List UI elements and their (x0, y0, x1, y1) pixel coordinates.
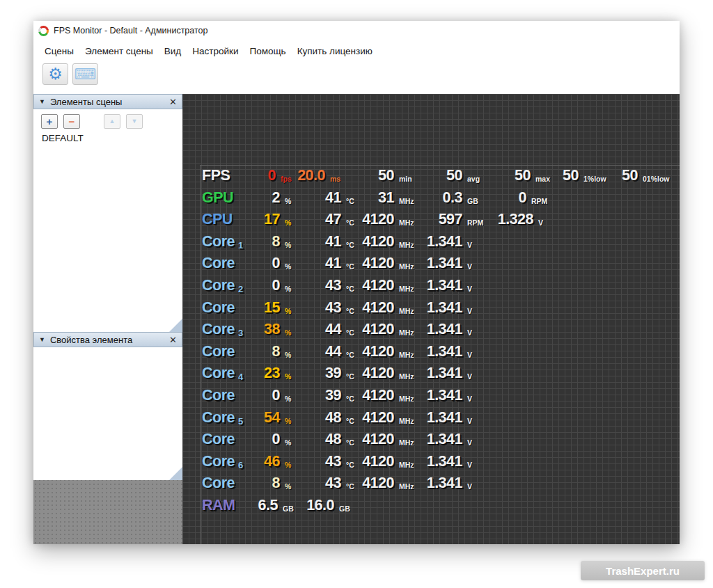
stat-value: 0 (519, 189, 526, 207)
settings-button[interactable]: ⚙ (42, 63, 68, 85)
stat-value: 0 (272, 387, 280, 404)
stat-label: Core (202, 387, 235, 404)
stat-unit: % (285, 395, 291, 403)
scene-preview-canvas[interactable]: FPS0fps20.0ms50min50avg50max501%low5001%… (182, 94, 680, 544)
stat-value: 8 (272, 343, 280, 360)
stat-value: 4120 (362, 233, 394, 251)
move-down-button[interactable]: ▼ (126, 114, 143, 129)
stat-value: 4120 (362, 321, 394, 338)
stat-unit: MHz (399, 351, 414, 359)
main-toolbar: ⚙ ⌨ (33, 61, 680, 94)
stat-unit: °C (346, 351, 354, 359)
stat-value: 597 (439, 211, 462, 228)
stat-value: 23 (264, 365, 280, 382)
stat-unit: MHz (399, 262, 414, 271)
stat-unit: MHz (399, 328, 414, 337)
stat-value: 50 (622, 167, 638, 184)
stat-unit: °C (346, 395, 354, 403)
scene-elements-panel-header[interactable]: ▼ Элементы сцены ✕ (33, 94, 182, 109)
watermark-badge: TrashExpert.ru (581, 561, 705, 580)
stat-value: 1.341 (427, 409, 462, 427)
stat-unit: MHz (399, 285, 414, 293)
stat-label: Core (202, 255, 235, 272)
stat-value: 1.341 (427, 299, 462, 317)
stat-unit: GB (339, 504, 350, 513)
scene-elements-panel-title: Элементы сцены (50, 97, 123, 107)
close-icon[interactable]: ✕ (169, 97, 177, 107)
stat-unit: V (467, 372, 472, 381)
stat-unit: °C (346, 285, 354, 293)
stat-value: 4120 (362, 387, 394, 404)
remove-element-button[interactable]: − (63, 114, 80, 129)
stat-value: 4120 (362, 453, 394, 470)
stat-label: CPU (202, 211, 233, 228)
stat-unit: max (535, 175, 550, 183)
overlay-row: Core646%43°C4120MHz1.341V (182, 452, 680, 474)
stat-value: 48 (325, 409, 341, 427)
stat-value: 0.3 (443, 189, 462, 207)
stat-unit: % (285, 218, 291, 227)
menu-item-0[interactable]: Сцены (39, 42, 79, 60)
watermark-text: TrashExpert.ru (606, 565, 680, 577)
stat-value: 43 (325, 277, 341, 294)
main-area: ▼ Элементы сцены ✕ + − ▲ ▼ DEFAULT ▼ Сво… (33, 94, 680, 544)
menu-item-2[interactable]: Вид (159, 42, 187, 60)
stat-unit: fps (281, 175, 292, 183)
element-properties-panel-body (33, 347, 182, 480)
stat-unit: MHz (399, 461, 414, 469)
close-icon[interactable]: ✕ (169, 335, 177, 345)
keyboard-icon: ⌨ (75, 67, 97, 82)
stat-unit: % (285, 197, 291, 205)
stat-label: Core (202, 431, 235, 448)
stat-unit: V (467, 351, 472, 359)
collapse-triangle-icon[interactable]: ▼ (39, 98, 45, 105)
stat-unit: % (285, 482, 291, 491)
element-properties-panel-header[interactable]: ▼ Свойства элемента ✕ (33, 332, 182, 347)
stat-label: Core3 (202, 321, 243, 338)
stat-unit: V (467, 285, 472, 293)
sidebar: ▼ Элементы сцены ✕ + − ▲ ▼ DEFAULT ▼ Сво… (33, 94, 182, 544)
move-up-button[interactable]: ▲ (104, 114, 120, 129)
stat-unit: GB (467, 197, 478, 205)
stat-unit: °C (346, 461, 354, 469)
stat-unit: °C (346, 482, 354, 491)
stat-value: 44 (325, 321, 341, 338)
stat-value: 50 (446, 167, 462, 184)
collapse-triangle-icon[interactable]: ▼ (39, 336, 45, 343)
overlay-row: Core20%43°C4120MHz1.341V (182, 276, 680, 298)
menu-item-1[interactable]: Элемент сцены (79, 42, 159, 60)
stat-value: 38 (264, 321, 280, 338)
stat-value: 41 (325, 233, 341, 251)
stat-value: 20.0 (297, 167, 325, 184)
stat-label-index: 1 (238, 240, 243, 251)
stat-label: Core2 (202, 277, 243, 294)
stat-value: 1.341 (427, 343, 462, 360)
stat-unit: °C (346, 241, 354, 249)
menu-item-3[interactable]: Настройки (187, 42, 244, 60)
stat-value: 1.341 (427, 255, 462, 272)
stat-value: 1.341 (427, 277, 462, 294)
stat-unit: MHz (399, 482, 414, 491)
overlay-row: Core0%48°C4120MHz1.341V (182, 429, 680, 452)
menu-item-5[interactable]: Купить лицензию (292, 42, 378, 60)
menu-item-4[interactable]: Помощь (244, 42, 291, 60)
stat-label-index: 5 (238, 416, 243, 427)
stat-unit: °C (346, 262, 354, 271)
stat-value: 6.5 (258, 497, 278, 514)
stat-unit: MHz (399, 307, 414, 315)
panel-resize-grip[interactable] (169, 467, 182, 480)
stat-value: 4120 (362, 343, 394, 360)
stat-label: Core4 (202, 365, 243, 382)
stat-value: 8 (272, 475, 280, 492)
scene-list-item[interactable]: DEFAULT (33, 129, 182, 143)
hotkeys-button[interactable]: ⌨ (72, 63, 98, 85)
stat-unit: °C (346, 328, 354, 337)
title-bar[interactable]: FPS Monitor - Default - Администратор (33, 21, 680, 40)
overlay-row: Core338%44°C4120MHz1.341V (182, 319, 680, 342)
add-element-button[interactable]: + (41, 114, 58, 129)
stat-unit: min (399, 175, 412, 183)
stat-value: 4120 (362, 211, 394, 228)
panel-resize-grip[interactable] (169, 319, 182, 332)
stat-value: 39 (325, 365, 341, 382)
stat-label-index: 6 (238, 460, 243, 470)
